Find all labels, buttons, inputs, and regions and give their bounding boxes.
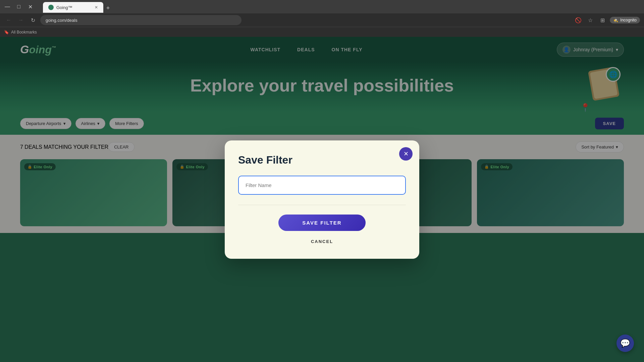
minimize-btn[interactable]: — <box>3 2 12 11</box>
back-btn[interactable]: ← <box>4 15 13 25</box>
bookmarks-icon: 🔖 <box>4 30 9 35</box>
new-tab-btn[interactable]: + <box>103 3 113 13</box>
save-filter-modal: ✕ Save Filter SAVE FILTER CANCEL <box>225 140 419 259</box>
bookmarks-label: All Bookmarks <box>11 30 37 35</box>
incognito-label: Incognito <box>620 18 637 22</box>
browser-chrome: — □ ✕ Going™ ✕ + ← → ↻ going.com/deals 🚫… <box>0 0 644 37</box>
tab-favicon <box>48 5 54 10</box>
incognito-icon: 🕵 <box>613 18 618 22</box>
bookmark-icon[interactable]: ☆ <box>586 15 595 25</box>
tab-close-btn[interactable]: ✕ <box>95 5 98 10</box>
close-btn[interactable]: ✕ <box>25 2 35 11</box>
active-tab[interactable]: Going™ ✕ <box>43 2 103 13</box>
modal-divider <box>238 205 406 205</box>
window-controls: — □ ✕ <box>3 2 35 11</box>
modal-cancel-btn[interactable]: CANCEL <box>238 236 406 247</box>
refresh-btn[interactable]: ↻ <box>28 15 38 25</box>
forward-btn[interactable]: → <box>16 15 25 25</box>
maximize-btn[interactable]: □ <box>14 2 23 11</box>
browser-toolbar: ← → ↻ going.com/deals 🚫 ☆ ⊞ 🕵 Incognito <box>0 13 644 27</box>
layout-icon[interactable]: ⊞ <box>598 15 607 25</box>
website-content: Going™ WATCHLIST DEALS ON THE FLY 👤 John… <box>0 37 644 362</box>
modal-save-filter-btn[interactable]: SAVE FILTER <box>278 215 366 231</box>
modal-overlay[interactable]: ✕ Save Filter SAVE FILTER CANCEL <box>0 37 644 362</box>
incognito-badge: 🕵 Incognito <box>610 17 640 23</box>
browser-right-icons: 🚫 ☆ ⊞ 🕵 Incognito <box>574 15 640 25</box>
chat-button[interactable]: 💬 <box>616 335 634 352</box>
modal-title: Save Filter <box>238 154 406 166</box>
filter-name-input[interactable] <box>238 176 406 195</box>
browser-titlebar: — □ ✕ Going™ ✕ + <box>0 0 644 13</box>
bookmarks-bar: 🔖 All Bookmarks <box>0 27 644 37</box>
chat-icon: 💬 <box>620 339 630 348</box>
camera-off-icon[interactable]: 🚫 <box>574 15 583 25</box>
modal-close-btn[interactable]: ✕ <box>399 147 413 161</box>
address-bar[interactable]: going.com/deals <box>40 15 241 25</box>
tab-title: Going™ <box>56 5 72 10</box>
tab-bar: Going™ ✕ + <box>40 1 641 13</box>
address-text: going.com/deals <box>46 18 77 23</box>
